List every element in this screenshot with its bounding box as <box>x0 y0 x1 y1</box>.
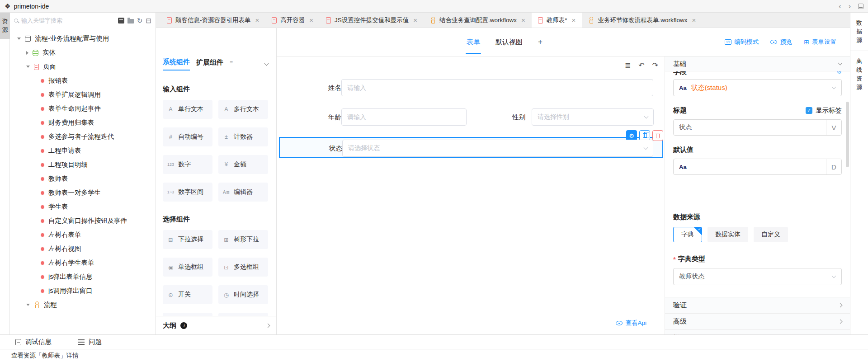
tree-leaf[interactable]: 自定义窗口操作按钮及事件 <box>10 214 156 228</box>
outline-list-icon[interactable]: ≣ <box>625 62 631 69</box>
datasource-custom-button[interactable]: 自定义 <box>754 227 788 242</box>
default-dict-button[interactable]: D <box>826 159 841 174</box>
collapse-panel-icon[interactable] <box>264 61 269 66</box>
field-status-select[interactable]: 请选择状态 <box>342 140 653 157</box>
tab-close-icon[interactable]: × <box>572 16 576 24</box>
new-folder-icon[interactable] <box>127 19 134 24</box>
component-number-range[interactable]: 1~3数字区间 <box>163 183 212 202</box>
component-dropdown[interactable]: ⊟下拉选择 <box>163 230 212 249</box>
nav-forward-icon[interactable]: › <box>849 2 851 10</box>
title-variable-button[interactable]: V <box>826 120 841 135</box>
collapse-arrow-icon[interactable] <box>17 38 21 40</box>
component-time-picker[interactable]: ◷时间选择 <box>218 285 268 304</box>
tree-node-flow[interactable]: 流程 <box>10 298 156 312</box>
tree-node-root[interactable]: 流程-业务流程配置与使用 <box>10 32 156 46</box>
editor-tab-1[interactable]: 高开容器 × <box>265 13 320 28</box>
field-gender-select[interactable]: 请选择性别 <box>532 108 654 126</box>
tree-leaf-label: 工程申请表 <box>48 146 81 155</box>
collapse-arrow-icon[interactable] <box>26 304 30 306</box>
tree-leaf[interactable]: 学生表 <box>10 200 156 214</box>
scrollbar-thumb[interactable] <box>846 102 849 167</box>
dict-type-select[interactable]: 教师状态 <box>673 268 842 285</box>
component-counter[interactable]: ±计数器 <box>218 127 268 146</box>
bound-field-select[interactable]: Aa 状态(status) <box>673 79 842 96</box>
title-input[interactable] <box>679 124 821 131</box>
add-view-button[interactable]: + <box>538 28 542 56</box>
tree-leaf[interactable]: 表单生命周起事件 <box>10 102 156 116</box>
tree-leaf[interactable]: 工程项目明细 <box>10 158 156 172</box>
form-settings-button[interactable]: ⊞ 表单设置 <box>804 38 836 46</box>
selected-field-container[interactable]: ⚙ 状态 请选择状态 <box>279 137 663 158</box>
tree-leaf[interactable]: 工程申请表 <box>10 144 156 158</box>
component-checkbox-group[interactable]: ⊡多选框组 <box>218 258 268 277</box>
outline-section[interactable]: 大纲 i <box>156 316 276 334</box>
tab-close-icon[interactable]: × <box>255 16 259 24</box>
component-switch[interactable]: ⊙开关 <box>163 285 212 304</box>
tree-leaf[interactable]: js调用弹出窗口 <box>10 284 156 298</box>
tab-close-icon[interactable]: × <box>521 16 525 24</box>
tree-leaf[interactable]: 左树右表单 <box>10 228 156 242</box>
collapse-arrow-icon[interactable] <box>26 66 30 68</box>
save-layout-icon[interactable] <box>858 4 863 9</box>
field-age-input[interactable] <box>341 108 467 126</box>
dock-tab-datasource[interactable]: 数据源 <box>850 13 868 51</box>
tree-node-entity[interactable]: 实体 <box>10 46 156 60</box>
debug-info-tab[interactable]: 调试信息 <box>15 338 52 346</box>
redo-icon[interactable]: ↷ <box>652 62 658 69</box>
nav-back-icon[interactable]: ‹ <box>839 2 841 10</box>
component-radio-group[interactable]: ◉单选框组 <box>163 258 212 277</box>
tree-leaf[interactable]: 教师表一对多学生 <box>10 186 156 200</box>
tab-close-icon[interactable]: × <box>309 16 313 24</box>
field-name-input[interactable] <box>341 79 653 96</box>
component-single-line-text[interactable]: A单行文本 <box>163 100 212 119</box>
props-basic-header[interactable]: 基础 <box>665 56 850 71</box>
editor-tab-3[interactable]: 结合业务查询配置.workflowx × <box>424 13 532 28</box>
datasource-entity-button[interactable]: 数据实体 <box>708 227 748 242</box>
tree-leaf[interactable]: 报销表 <box>10 74 156 88</box>
tree-leaf[interactable]: js弹出表单信息 <box>10 270 156 284</box>
tree-leaf[interactable]: 财务费用归集表 <box>10 116 156 130</box>
tree-node-pages[interactable]: 页面 <box>10 60 156 74</box>
section-advanced[interactable]: 高级 <box>665 313 850 329</box>
tree-leaf[interactable]: 左树右学生表单 <box>10 256 156 270</box>
panel-menu-icon[interactable]: ≡ <box>230 60 233 66</box>
datasource-dict-button[interactable]: 字典 <box>673 227 702 242</box>
tab-close-icon[interactable]: × <box>413 16 417 24</box>
component-number[interactable]: 123数字 <box>163 155 212 174</box>
component-multi-line-text[interactable]: A多行文本 <box>218 100 268 119</box>
search-input[interactable] <box>21 17 115 24</box>
editor-tab-4-active[interactable]: 教师表* × <box>532 13 582 28</box>
tree-leaf[interactable]: 左树右视图 <box>10 242 156 256</box>
preview-button[interactable]: 预览 <box>770 38 792 46</box>
locate-resource-icon[interactable] <box>118 18 124 24</box>
tab-extension-components[interactable]: 扩展组件 <box>196 58 223 70</box>
section-validation[interactable]: 验证 <box>665 297 850 313</box>
tab-system-components[interactable]: 系统组件 <box>163 58 190 71</box>
editor-tab-5[interactable]: 业务环节修改流程表单.workflowx × <box>582 13 702 28</box>
show-label-checkbox[interactable]: ✓ 显示标签 <box>806 106 842 115</box>
undo-icon[interactable]: ↶ <box>638 62 644 69</box>
tree-leaf[interactable]: 表单扩展逻辑调用 <box>10 88 156 102</box>
collapse-all-icon[interactable]: ⊟ <box>146 17 151 24</box>
component-tree-dropdown[interactable]: ⊞树形下拉 <box>218 230 268 249</box>
refresh-icon[interactable]: ↻ <box>137 17 143 24</box>
view-api-link[interactable]: 查看Api <box>616 319 646 327</box>
field-delete-button[interactable] <box>652 130 663 141</box>
component-auto-number[interactable]: #自动编号 <box>163 127 212 146</box>
expand-arrow-icon[interactable] <box>26 51 28 55</box>
dock-tab-offline-resources[interactable]: 离线资源 <box>850 51 868 98</box>
tab-default-view[interactable]: 默认视图 <box>495 28 523 56</box>
section-style[interactable]: 样式 <box>665 329 850 334</box>
dock-tab-resources[interactable]: 资源 <box>0 13 10 39</box>
tree-leaf[interactable]: 教师表 <box>10 172 156 186</box>
editor-tab-2[interactable]: JS设置控件提交值和显示值 × <box>320 13 424 28</box>
tab-close-icon[interactable]: × <box>692 16 696 24</box>
code-mode-button[interactable]: </> 编码模式 <box>725 38 759 46</box>
tree-leaf[interactable]: 多选参与者子流程迭代 <box>10 130 156 144</box>
problems-tab[interactable]: 问题 <box>78 338 102 346</box>
info-icon[interactable]: i <box>180 322 187 329</box>
component-editor[interactable]: A≣编辑器 <box>218 183 268 202</box>
editor-tab-0[interactable]: 顾客信息-资源容器引用表单 × <box>160 13 265 28</box>
tab-form-view[interactable]: 表单 <box>467 28 480 56</box>
component-currency[interactable]: ¥金额 <box>218 155 268 174</box>
